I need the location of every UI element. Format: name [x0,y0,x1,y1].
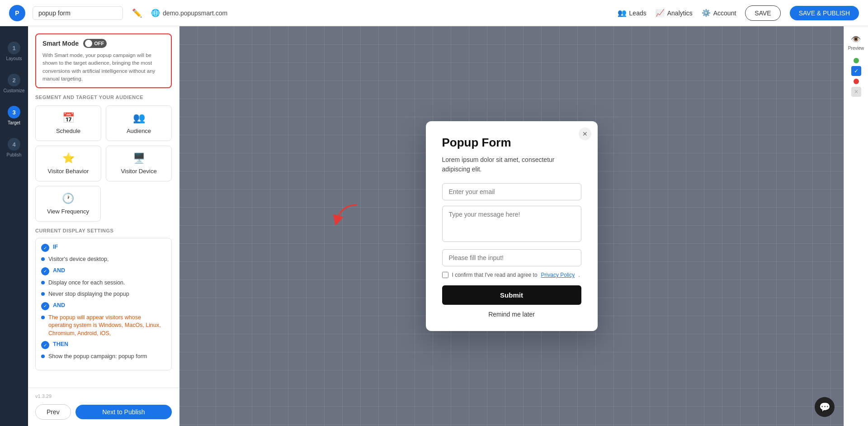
text-session: Display once for each session. [48,279,125,287]
card-visitor-behavior-label: Visitor Behavior [48,168,89,175]
save-button[interactable]: SAVE [745,5,780,21]
step-customize-label: Customize [3,88,24,93]
red-status-dot [854,79,859,84]
step-customize[interactable]: 2 Customize [0,67,28,99]
step-publish[interactable]: 4 Publish [0,132,28,164]
version-label: v1.3.29 [35,393,52,399]
target-cards-grid: 📅 Schedule 👥 Audience ⭐ Visitor Behavior… [35,105,172,181]
options-scroll: Smart Mode OFF With Smart mode, your pop… [28,26,179,388]
check-then: ✓ [41,341,49,349]
keyword-if: IF [53,244,58,250]
step-customize-circle: 2 [8,74,20,86]
green-status-dot [854,58,859,63]
check-if: ✓ [41,244,49,252]
popup-privacy-checkbox[interactable] [442,272,448,278]
preview-button[interactable]: 👁️ Preview [846,31,866,54]
campaign-name-input[interactable] [33,6,123,20]
view-frequency-icon: 🕐 [62,193,74,204]
topbar-right: 👥 Leads 📈 Analytics ⚙️ Account SAVE SAVE… [618,5,859,21]
segment-label: SEGMENT AND TARGET YOUR AUDIENCE [35,95,172,100]
schedule-icon: 📅 [62,112,75,124]
step-layouts[interactable]: 1 Layouts [0,35,28,67]
topbar: P ✏️ 🌐 demo.popupsmart.com 👥 Leads 📈 Ana… [0,0,868,26]
keyword-and2: AND [53,302,65,308]
card-view-frequency[interactable]: 🕐 View Frequency [35,186,101,222]
popup-privacy-link[interactable]: Privacy Policy [541,272,575,278]
nav-analytics[interactable]: 📈 Analytics [656,9,693,17]
nav-account[interactable]: ⚙️ Account [702,9,736,17]
prev-button[interactable]: Prev [35,404,71,420]
analytics-icon: 📈 [656,9,665,17]
preview-label: Preview [848,46,864,51]
settings-row-and2: ✓ AND [41,302,166,310]
popup-message-input[interactable] [442,206,581,242]
edit-icon[interactable]: ✏️ [130,6,144,20]
next-publish-button[interactable]: Next to Publish [75,405,172,419]
dot-session [41,281,45,284]
settings-list: ✓ IF Visitor's device desktop, ✓ AND Dis… [35,238,172,370]
dot-device [41,257,45,261]
account-icon: ⚙️ [702,9,711,17]
app-logo[interactable]: P [9,5,25,21]
card-schedule-label: Schedule [56,128,80,134]
settings-row-if: ✓ IF [41,244,166,252]
popup-remind-button[interactable]: Remind me later [442,311,581,318]
text-show: Show the popup campaign: popup form [48,353,147,361]
url-display: 🌐 demo.popupsmart.com [151,9,227,17]
popup-title: Popup Form [442,136,581,150]
options-panel: Smart Mode OFF With Smart mode, your pop… [28,26,179,426]
popup-fill-input[interactable] [442,249,581,266]
step-target-circle: 3 [8,106,20,118]
keyword-and1: AND [53,267,65,274]
step-target[interactable]: 3 Target [0,99,28,132]
chat-bubble-button[interactable]: 💬 [815,397,835,417]
step-publish-label: Publish [7,152,22,157]
settings-row-then: ✓ THEN [41,341,166,349]
dot-never [41,292,45,296]
check-and2: ✓ [41,302,49,310]
smart-mode-toggle[interactable]: OFF [83,39,107,48]
card-visitor-device[interactable]: 🖥️ Visitor Device [106,146,172,181]
settings-row-session: Display once for each session. [41,279,166,287]
popup-description: Lorem ipsum dolor sit amet, consectetur … [442,155,581,174]
popup-modal: ✕ Popup Form Lorem ipsum dolor sit amet,… [426,121,598,331]
keyword-then: THEN [53,341,68,347]
preview-panel: 👁️ Preview ✓ ✕ [844,26,868,426]
check-and1: ✓ [41,267,49,275]
settings-row-and1: ✓ AND [41,267,166,275]
visitor-behavior-icon: ⭐ [62,152,75,164]
nav-leads[interactable]: 👥 Leads [618,9,646,17]
text-never: Never stop displaying the popup [48,290,129,298]
popup-close-button[interactable]: ✕ [579,128,591,140]
visitor-device-icon: 🖥️ [133,152,145,164]
save-publish-button[interactable]: SAVE & PUBLISH [790,6,859,20]
step-layouts-circle: 1 [8,42,20,54]
toggle-check-button[interactable]: ✓ [851,66,861,76]
text-device: Visitor's device desktop, [48,256,108,264]
smart-mode-label: Smart Mode [42,40,79,47]
popup-submit-button[interactable]: Submit [442,285,581,305]
smart-mode-box: Smart Mode OFF With Smart mode, your pop… [35,33,172,88]
step-target-label: Target [8,120,20,125]
smart-mode-description: With Smart mode, your popup campaign wil… [42,52,165,83]
popup-overlay: ✕ Popup Form Lorem ipsum dolor sit amet,… [179,26,844,426]
card-visitor-behavior[interactable]: ⭐ Visitor Behavior [35,146,101,181]
text-os: The popup will appear visitors whose ope… [48,314,166,338]
settings-row-device: Visitor's device desktop, [41,256,166,264]
step-layouts-label: Layouts [6,56,22,61]
eye-icon: 👁️ [851,34,861,44]
settings-row-never: Never stop displaying the popup [41,290,166,298]
popup-email-input[interactable] [442,183,581,200]
audience-icon: 👥 [133,112,145,124]
dot-show [41,355,45,358]
toggle-circle [85,40,92,47]
card-visitor-device-label: Visitor Device [121,168,156,175]
popup-checkbox-row: I confirm that I've read and agree to Pr… [442,272,581,278]
card-view-frequency-label: View Frequency [47,208,89,215]
toggle-x-button[interactable]: ✕ [851,87,861,97]
current-settings-label: CURRENT DISPLAY SETTINGS [35,228,172,233]
card-audience[interactable]: 👥 Audience [106,105,172,141]
step-publish-circle: 4 [8,138,20,151]
preview-toggles: ✓ ✕ [851,58,861,97]
card-schedule[interactable]: 📅 Schedule [35,105,101,141]
